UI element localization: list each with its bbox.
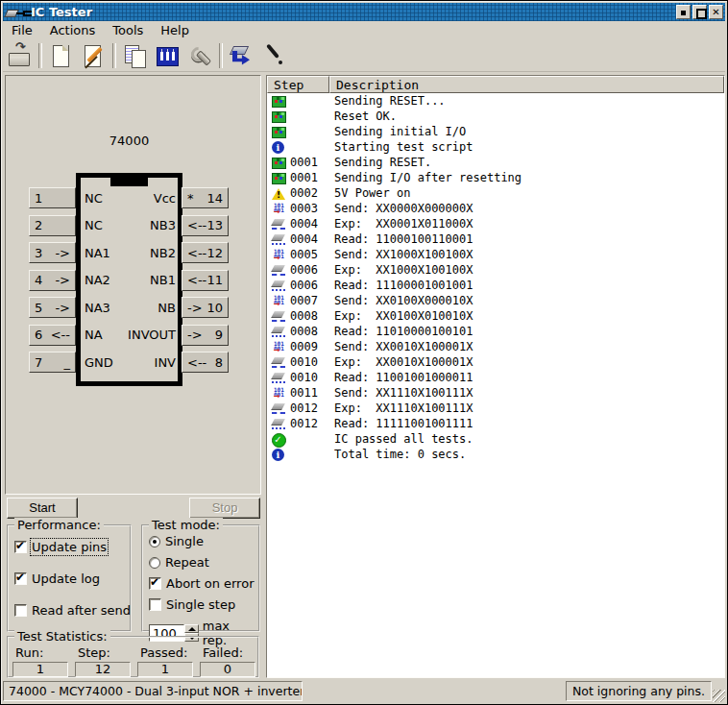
- log-row-description: Sending I/O after resetting: [334, 171, 522, 184]
- log-row-icon: [271, 186, 288, 201]
- window-control-button[interactable]: [692, 5, 707, 19]
- pin-box-right[interactable]: <-- 13: [182, 215, 229, 236]
- checkbox[interactable]: [14, 541, 27, 553]
- log-row[interactable]: 0007 Send: XX0100X000010X: [267, 293, 724, 308]
- toolbar-button[interactable]: [4, 41, 35, 70]
- toolbar-button[interactable]: [258, 41, 289, 70]
- checkbox[interactable]: [149, 598, 161, 611]
- log-row[interactable]: 0004 Read: 11000100110001: [267, 231, 724, 247]
- log-row[interactable]: IC passed all tests.: [267, 431, 724, 447]
- log-row[interactable]: 0012 Exp: XX1110X100111X: [267, 401, 724, 416]
- radio-button[interactable]: [149, 536, 160, 547]
- log-row-step: 0004: [290, 232, 332, 246]
- log-row-description: Sending RESET.: [334, 156, 431, 169]
- pin-box-left[interactable]: 4 ->: [29, 270, 76, 291]
- pin-box-right[interactable]: * 14: [182, 187, 229, 208]
- log-row[interactable]: 0004 Exp: XX0001X011000X: [267, 216, 724, 231]
- checkbox[interactable]: [14, 604, 27, 617]
- pin-box-right[interactable]: <-- 12: [182, 242, 229, 263]
- toolbar-button[interactable]: [45, 41, 76, 70]
- spinner-up-icon[interactable]: [184, 624, 199, 633]
- pin-number: 3: [35, 246, 42, 260]
- log-column-description[interactable]: Description: [329, 76, 724, 93]
- pin-box-left[interactable]: 6 <--: [29, 325, 76, 346]
- toolbar-button[interactable]: [152, 41, 182, 70]
- pin-label: NC: [85, 191, 103, 206]
- log-row[interactable]: 0006 Read: 11100001001001: [267, 278, 724, 293]
- log-row-description: Total time: 0 secs.: [334, 448, 466, 461]
- log-row-step: 0004: [290, 217, 332, 231]
- log-row[interactable]: Sending initial I/O: [267, 124, 724, 139]
- log-row[interactable]: 0008 Read: 11010000100101: [267, 324, 724, 339]
- window-control-button[interactable]: [676, 5, 691, 19]
- checkbox-row[interactable]: Update pins: [14, 540, 126, 554]
- statistics-labels: Run: Step: Passed: Failed:: [12, 645, 257, 660]
- radio-row[interactable]: Single: [149, 534, 256, 548]
- log-row-step: 0008: [290, 325, 332, 338]
- window-controls: [676, 5, 723, 19]
- chip-view: 74000 1 NC Vcc *: [5, 75, 261, 495]
- log-row[interactable]: Reset OK.: [267, 109, 724, 124]
- log-row[interactable]: 0005 Send: XX1000X100100X: [267, 247, 724, 262]
- checkbox-row[interactable]: Single step: [149, 597, 256, 612]
- checkbox-row[interactable]: Read after send: [14, 603, 126, 618]
- log-row[interactable]: 0008 Exp: XX0100X010010X: [267, 308, 724, 324]
- log-row-icon: [271, 340, 288, 354]
- start-button[interactable]: Start: [7, 498, 78, 519]
- log-row[interactable]: Sending RESET...: [267, 93, 724, 109]
- pin-direction-arrow: _: [64, 355, 71, 370]
- log-row-icon: [271, 325, 288, 339]
- log-row-icon: [271, 140, 288, 155]
- pin-box-left[interactable]: 5 ->: [29, 297, 76, 318]
- log-row-icon: [271, 156, 288, 170]
- pin-box-left[interactable]: 1: [29, 187, 76, 208]
- resize-grip-icon[interactable]: [713, 690, 725, 702]
- log-row[interactable]: 0001 Sending I/O after resetting: [267, 170, 724, 185]
- log-panel[interactable]: Step Description Sending RESET... Reset …: [266, 75, 725, 678]
- checkbox-row[interactable]: Update log: [14, 571, 126, 586]
- pin-box-right[interactable]: <-- 11: [182, 270, 229, 291]
- radio-button[interactable]: [149, 557, 160, 569]
- toolbar-button[interactable]: [184, 41, 215, 70]
- toolbar-button[interactable]: [78, 41, 109, 70]
- log-row[interactable]: 0001 Sending RESET.: [267, 155, 724, 170]
- pin-label: NC: [85, 218, 103, 232]
- pin-box-right[interactable]: -> 9: [182, 325, 229, 346]
- pin-label: NA1: [85, 246, 110, 260]
- statistic-value: 12: [75, 662, 131, 677]
- pin-box-left[interactable]: 7 _: [29, 352, 76, 373]
- log-row[interactable]: Starting test script: [267, 139, 724, 155]
- log-row-step: 0001: [290, 171, 332, 184]
- checkbox[interactable]: [14, 572, 27, 585]
- toolbar-button[interactable]: [226, 41, 256, 70]
- pin-box-right[interactable]: -> 10: [182, 297, 229, 318]
- pin-box-left[interactable]: 2: [29, 215, 76, 236]
- toolbar-button[interactable]: [119, 41, 150, 70]
- log-row[interactable]: 0003 Send: XX0000X000000X: [267, 201, 724, 216]
- log-row-step: 0010: [290, 371, 332, 384]
- log-row-icon: [271, 109, 288, 124]
- titlebar[interactable]: IC Tester: [3, 3, 725, 21]
- log-row[interactable]: 0011 Send: XX1110X100111X: [267, 385, 724, 401]
- pin-box-left[interactable]: 3 ->: [29, 242, 76, 263]
- checkbox[interactable]: [149, 577, 161, 590]
- checkbox-row[interactable]: Abort on error: [149, 576, 256, 591]
- toolbar-icon: [156, 44, 179, 67]
- log-row[interactable]: 0002 5V Power on: [267, 185, 724, 201]
- log-row-description: Send: XX1000X100100X: [334, 248, 473, 261]
- log-row[interactable]: 0012 Read: 11111001001111: [267, 416, 724, 431]
- log-column-step[interactable]: Step: [267, 76, 329, 93]
- log-row[interactable]: 0006 Exp: XX1000X100100X: [267, 262, 724, 278]
- menu-item[interactable]: File: [3, 22, 41, 38]
- log-row[interactable]: 0009 Send: XX0010X100001X: [267, 339, 724, 354]
- log-row[interactable]: 0010 Exp: XX0010X100001X: [267, 354, 724, 370]
- menu-item[interactable]: Actions: [41, 22, 105, 38]
- menu-item[interactable]: Help: [152, 22, 198, 38]
- radio-row[interactable]: Repeat: [149, 555, 256, 570]
- pin-box-right[interactable]: <-- 8: [182, 352, 229, 373]
- window-control-button[interactable]: [709, 5, 723, 19]
- menu-item[interactable]: Tools: [104, 22, 152, 38]
- log-row[interactable]: Total time: 0 secs.: [267, 447, 724, 462]
- statistic-label: Failed:: [200, 645, 255, 660]
- log-row[interactable]: 0010 Read: 11001001000011: [267, 370, 724, 385]
